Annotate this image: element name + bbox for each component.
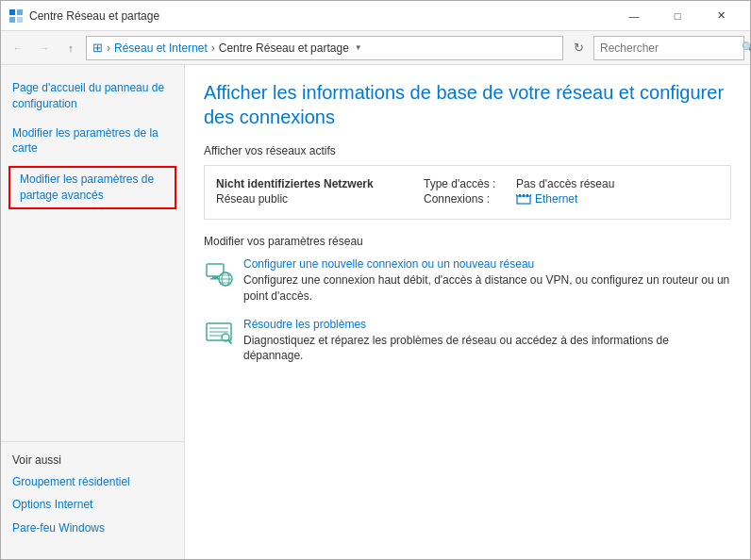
- sidebar-item-partage[interactable]: Modifier les paramètres de partage avanc…: [8, 166, 176, 209]
- svg-line-8: [516, 194, 517, 196]
- svg-rect-6: [523, 194, 525, 197]
- troubleshoot-icon: [204, 318, 234, 348]
- sidebar-item-accueil[interactable]: Page d'accueil du panneau de configurati…: [1, 76, 184, 116]
- sidebar-item-groupement[interactable]: Groupement résidentiel: [1, 470, 184, 494]
- ethernet-icon: [516, 192, 531, 206]
- svg-rect-3: [17, 17, 23, 23]
- svg-rect-0: [9, 9, 15, 15]
- network-type: Réseau public: [216, 192, 405, 206]
- troubleshoot-link[interactable]: Résoudre les problèmes: [243, 318, 731, 331]
- breadcrumb-item-2: Centre Réseau et partage: [219, 41, 349, 55]
- network-row: Nicht identifiziertes Netzwerk Réseau pu…: [216, 177, 719, 207]
- up-button[interactable]: ↑: [59, 37, 82, 59]
- network-name: Nicht identifiziertes Netzwerk: [216, 177, 405, 190]
- sidebar-nav: Page d'accueil du panneau de configurati…: [1, 76, 184, 441]
- window-icon: [8, 8, 24, 24]
- back-button[interactable]: ←: [7, 37, 29, 59]
- close-button[interactable]: ✕: [699, 1, 743, 31]
- content-area: Afficher les informations de base de vot…: [185, 65, 750, 559]
- breadcrumb: ⊞ › Réseau et Internet › Centre Réseau e…: [86, 36, 563, 60]
- new-connection-icon: [204, 257, 234, 288]
- search-box: 🔍: [593, 36, 744, 60]
- svg-rect-2: [9, 17, 15, 23]
- voir-aussi-title: Voir aussi: [1, 450, 184, 470]
- window-title: Centre Réseau et partage: [29, 9, 612, 23]
- addressbar: ← → ↑ ⊞ › Réseau et Internet › Centre Ré…: [1, 31, 750, 65]
- breadcrumb-separator-2: ›: [211, 41, 215, 55]
- breadcrumb-dropdown-icon[interactable]: ▼: [355, 43, 362, 52]
- svg-rect-4: [517, 196, 530, 204]
- main-window: Centre Réseau et partage — □ ✕ ← → ↑ ⊞ ›…: [0, 0, 751, 560]
- active-networks-label: Afficher vos réseaux actifs: [204, 144, 731, 157]
- active-networks-box: Nicht identifiziertes Netzwerk Réseau pu…: [204, 165, 731, 220]
- action-troubleshoot: Résoudre les problèmes Diagnostiquez et …: [204, 318, 731, 365]
- search-icon: 🔍: [742, 41, 751, 54]
- forward-button[interactable]: →: [33, 37, 56, 59]
- ethernet-label: Ethernet: [535, 192, 577, 206]
- search-input[interactable]: [600, 41, 742, 55]
- sidebar: Page d'accueil du panneau de configurati…: [1, 65, 185, 559]
- troubleshoot-desc: Diagnostiquez et réparez les problèmes d…: [243, 333, 731, 365]
- breadcrumb-separator-1: ›: [107, 41, 110, 55]
- network-name-col: Nicht identifiziertes Netzwerk Réseau pu…: [216, 177, 405, 206]
- refresh-button[interactable]: ↻: [567, 37, 590, 59]
- window-controls: — □ ✕: [612, 1, 743, 31]
- sidebar-item-parefeu[interactable]: Pare-feu Windows: [1, 517, 184, 540]
- main-content: Page d'accueil du panneau de configurati…: [1, 65, 750, 559]
- action-new-connection: Configurer une nouvelle connexion ou un …: [204, 257, 731, 305]
- page-title: Afficher les informations de base de vot…: [204, 80, 731, 129]
- connections-row: Connexions : Ethernet: [424, 192, 719, 206]
- sidebar-item-carte[interactable]: Modifier les paramètres de la carte: [1, 122, 184, 161]
- new-connection-text: Configurer une nouvelle connexion ou un …: [243, 257, 731, 305]
- minimize-button[interactable]: —: [612, 1, 656, 31]
- titlebar: Centre Réseau et partage — □ ✕: [1, 1, 750, 31]
- access-value: Pas d'accès réseau: [516, 177, 614, 190]
- breadcrumb-item-1[interactable]: Réseau et Internet: [114, 41, 208, 55]
- network-info-col: Type d'accès : Pas d'accès réseau Connex…: [424, 177, 719, 207]
- modify-section-label: Modifier vos paramètres réseau: [204, 235, 731, 248]
- breadcrumb-root-icon: ⊞: [92, 41, 103, 55]
- modify-section: Modifier vos paramètres réseau: [204, 235, 731, 364]
- new-connection-desc: Configurez une connexion haut débit, d'a…: [243, 272, 731, 305]
- svg-rect-5: [519, 194, 521, 197]
- svg-rect-11: [212, 276, 218, 278]
- connections-label: Connexions :: [424, 192, 509, 206]
- sidebar-item-options-internet[interactable]: Options Internet: [1, 493, 184, 517]
- svg-line-9: [530, 194, 531, 196]
- sidebar-voir-aussi: Voir aussi Groupement résidentiel Option…: [1, 441, 184, 548]
- troubleshoot-text: Résoudre les problèmes Diagnostiquez et …: [243, 318, 731, 365]
- new-connection-link[interactable]: Configurer une nouvelle connexion ou un …: [243, 257, 731, 271]
- maximize-button[interactable]: □: [656, 1, 699, 31]
- ethernet-link[interactable]: Ethernet: [516, 192, 577, 206]
- access-row: Type d'accès : Pas d'accès réseau: [424, 177, 719, 190]
- svg-rect-7: [526, 194, 528, 197]
- svg-rect-1: [17, 9, 23, 15]
- access-label: Type d'accès :: [424, 177, 509, 190]
